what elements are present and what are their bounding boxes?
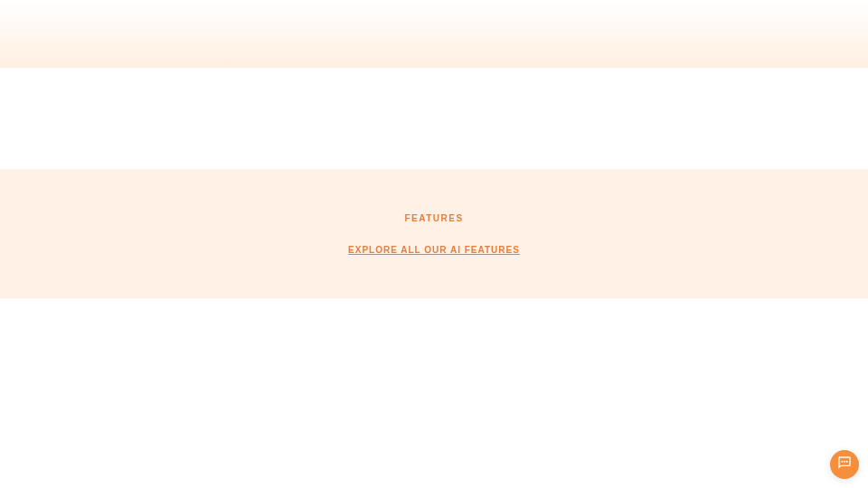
features-label: FEATURES bbox=[404, 213, 463, 223]
explore-features-link[interactable]: EXPLORE ALL OUR AI FEATURES bbox=[348, 245, 520, 255]
hero-gradient-section bbox=[0, 0, 868, 68]
chat-icon bbox=[837, 455, 852, 474]
chat-button[interactable] bbox=[830, 450, 859, 479]
features-section: FEATURES EXPLORE ALL OUR AI FEATURES bbox=[0, 169, 868, 298]
white-gap-section bbox=[0, 68, 868, 169]
svg-point-1 bbox=[844, 461, 845, 463]
svg-point-2 bbox=[846, 461, 848, 463]
svg-point-0 bbox=[841, 461, 843, 463]
